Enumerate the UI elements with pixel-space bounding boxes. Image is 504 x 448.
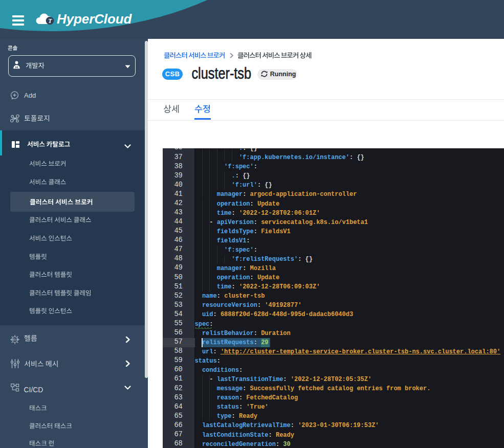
- svg-text:HELM: HELM: [11, 338, 18, 341]
- svg-text:T: T: [48, 18, 52, 24]
